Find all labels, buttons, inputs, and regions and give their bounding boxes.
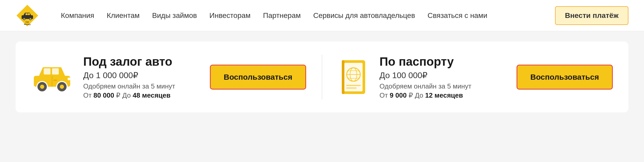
svg-point-16	[40, 85, 44, 89]
nav-item-clients[interactable]: Клиентам	[100, 9, 146, 22]
svg-point-18	[60, 85, 64, 89]
nav-item-investors[interactable]: Инвесторам	[203, 9, 257, 22]
card-auto-details: От 80 000 ₽ До 48 месяцев	[83, 91, 199, 99]
svg-rect-3	[28, 13, 30, 15]
card-divider	[322, 55, 322, 99]
card-auto-amount: До 1 000 000₽	[83, 70, 199, 80]
card-passport: По паспорту До 100 000₽ Одобряем онлайн …	[338, 55, 613, 99]
nav-item-services[interactable]: Сервисы для автовладельцев	[307, 9, 421, 22]
logo-icon: Car Money	[16, 4, 39, 27]
svg-rect-21	[53, 80, 57, 81]
card-passport-from: 9 000	[390, 91, 407, 99]
card-auto-text: Под залог авто До 1 000 000₽ Одобряем он…	[83, 55, 199, 99]
svg-rect-2	[25, 13, 28, 15]
svg-rect-27	[346, 85, 361, 86]
nav-item-contact[interactable]: Связаться с нами	[421, 9, 494, 22]
card-passport-title: По паспорту	[379, 55, 506, 69]
header: Car Money Компания Клиентам Виды займов …	[0, 0, 644, 31]
logo[interactable]: Car Money	[16, 4, 39, 27]
cards-container: Под залог авто До 1 000 000₽ Одобряем он…	[16, 42, 628, 112]
svg-rect-28	[346, 87, 357, 89]
card-passport-use-button[interactable]: Воспользоваться	[517, 65, 613, 90]
card-passport-to: 12 месяцев	[425, 91, 463, 99]
card-passport-amount: До 100 000₽	[379, 70, 506, 80]
nav-item-loans[interactable]: Виды займов	[146, 9, 203, 22]
card-auto-to: 48 месяцев	[133, 91, 171, 99]
main-nav: Компания Клиентам Виды займов Инвесторам…	[55, 9, 545, 22]
svg-text:Money: Money	[24, 23, 31, 25]
card-auto-subtitle: Одобряем онлайн за 5 минут	[83, 82, 199, 90]
svg-rect-19	[68, 78, 72, 80]
card-auto-from: 80 000	[93, 91, 114, 99]
main-content: Под залог авто До 1 000 000₽ Одобряем он…	[0, 31, 644, 123]
svg-point-5	[24, 18, 25, 19]
svg-point-7	[30, 18, 31, 19]
card-passport-text: По паспорту До 100 000₽ Одобряем онлайн …	[379, 55, 506, 99]
nav-item-partners[interactable]: Партнерам	[257, 9, 307, 22]
pay-button[interactable]: Внести платёж	[555, 6, 628, 25]
svg-text:Car: Car	[25, 21, 29, 23]
card-passport-subtitle: Одобряем онлайн за 5 минут	[379, 82, 506, 90]
card-auto-use-button[interactable]: Воспользоваться	[210, 65, 306, 90]
nav-item-company[interactable]: Компания	[55, 9, 100, 22]
card-auto-title: Под залог авто	[83, 55, 199, 69]
svg-rect-12	[52, 68, 59, 75]
car-icon	[31, 62, 73, 93]
card-passport-details: От 9 000 ₽ До 12 месяцев	[379, 91, 506, 99]
svg-rect-11	[44, 68, 50, 75]
card-auto: Под залог авто До 1 000 000₽ Одобряем он…	[31, 55, 306, 99]
svg-rect-29	[342, 60, 344, 94]
passport-icon	[338, 59, 369, 95]
